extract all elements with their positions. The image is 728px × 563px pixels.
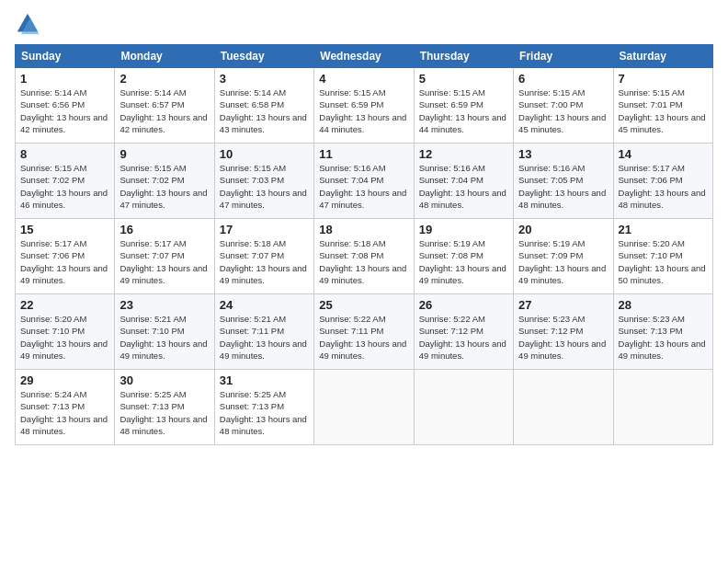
day-info: Sunrise: 5:22 AMSunset: 7:12 PMDaylight:… xyxy=(419,314,506,361)
day-number: 12 xyxy=(419,147,508,161)
day-info: Sunrise: 5:18 AMSunset: 7:08 PMDaylight:… xyxy=(319,238,406,285)
day-number: 27 xyxy=(518,298,608,312)
day-info: Sunrise: 5:14 AMSunset: 6:56 PMDaylight:… xyxy=(20,87,108,134)
calendar-cell: 5 Sunrise: 5:15 AMSunset: 6:59 PMDayligh… xyxy=(414,68,513,144)
calendar-cell: 21 Sunrise: 5:20 AMSunset: 7:10 PMDaylig… xyxy=(613,219,712,294)
day-info: Sunrise: 5:15 AMSunset: 7:00 PMDaylight:… xyxy=(518,87,606,134)
day-info: Sunrise: 5:15 AMSunset: 7:01 PMDaylight:… xyxy=(619,87,706,134)
day-number: 9 xyxy=(119,147,209,161)
calendar-cell: 17 Sunrise: 5:18 AMSunset: 7:07 PMDaylig… xyxy=(214,219,313,294)
calendar-cell: 11 Sunrise: 5:16 AMSunset: 7:04 PMDaylig… xyxy=(314,144,414,219)
calendar-cell: 29 Sunrise: 5:24 AMSunset: 7:13 PMDaylig… xyxy=(16,370,115,445)
day-info: Sunrise: 5:20 AMSunset: 7:10 PMDaylight:… xyxy=(619,238,706,285)
calendar-cell: 8 Sunrise: 5:15 AMSunset: 7:02 PMDayligh… xyxy=(16,144,115,219)
day-info: Sunrise: 5:19 AMSunset: 7:08 PMDaylight:… xyxy=(419,238,506,285)
day-info: Sunrise: 5:21 AMSunset: 7:10 PMDaylight:… xyxy=(119,314,207,361)
day-number: 19 xyxy=(419,223,508,236)
calendar-cell: 2 Sunrise: 5:14 AMSunset: 6:57 PMDayligh… xyxy=(115,68,214,144)
calendar-cell: 6 Sunrise: 5:15 AMSunset: 7:00 PMDayligh… xyxy=(514,68,613,144)
day-info: Sunrise: 5:19 AMSunset: 7:09 PMDaylight:… xyxy=(518,238,606,285)
weekday-header: Sunday xyxy=(16,45,115,68)
day-number: 20 xyxy=(518,223,608,236)
calendar-cell: 22 Sunrise: 5:20 AMSunset: 7:10 PMDaylig… xyxy=(16,294,115,370)
calendar-cell: 18 Sunrise: 5:18 AMSunset: 7:08 PMDaylig… xyxy=(314,219,414,294)
day-number: 29 xyxy=(20,373,109,387)
calendar-cell: 26 Sunrise: 5:22 AMSunset: 7:12 PMDaylig… xyxy=(414,294,513,370)
day-info: Sunrise: 5:16 AMSunset: 7:04 PMDaylight:… xyxy=(319,163,406,210)
day-number: 25 xyxy=(319,298,408,312)
day-info: Sunrise: 5:16 AMSunset: 7:05 PMDaylight:… xyxy=(518,163,606,210)
day-info: Sunrise: 5:15 AMSunset: 7:02 PMDaylight:… xyxy=(20,163,108,210)
calendar-week-row: 8 Sunrise: 5:15 AMSunset: 7:02 PMDayligh… xyxy=(16,144,713,219)
day-number: 1 xyxy=(20,72,109,86)
day-number: 17 xyxy=(220,223,309,236)
calendar-cell: 10 Sunrise: 5:15 AMSunset: 7:03 PMDaylig… xyxy=(214,144,313,219)
day-info: Sunrise: 5:21 AMSunset: 7:11 PMDaylight:… xyxy=(220,314,307,361)
calendar-week-row: 22 Sunrise: 5:20 AMSunset: 7:10 PMDaylig… xyxy=(16,294,713,370)
day-number: 10 xyxy=(220,147,309,161)
day-number: 15 xyxy=(20,223,109,236)
calendar-cell: 14 Sunrise: 5:17 AMSunset: 7:06 PMDaylig… xyxy=(613,144,712,219)
weekday-header-row: SundayMondayTuesdayWednesdayThursdayFrid… xyxy=(16,45,713,68)
day-info: Sunrise: 5:25 AMSunset: 7:13 PMDaylight:… xyxy=(119,389,207,436)
calendar-cell: 31 Sunrise: 5:25 AMSunset: 7:13 PMDaylig… xyxy=(214,370,313,445)
calendar-cell: 30 Sunrise: 5:25 AMSunset: 7:13 PMDaylig… xyxy=(115,370,214,445)
day-info: Sunrise: 5:14 AMSunset: 6:57 PMDaylight:… xyxy=(119,87,207,134)
weekday-header: Friday xyxy=(514,45,613,68)
day-info: Sunrise: 5:25 AMSunset: 7:13 PMDaylight:… xyxy=(220,389,307,436)
day-number: 7 xyxy=(619,72,708,86)
day-number: 16 xyxy=(119,223,209,236)
day-info: Sunrise: 5:18 AMSunset: 7:07 PMDaylight:… xyxy=(220,238,307,285)
calendar-cell: 4 Sunrise: 5:15 AMSunset: 6:59 PMDayligh… xyxy=(314,68,414,144)
day-number: 6 xyxy=(518,72,608,86)
day-number: 21 xyxy=(619,223,708,236)
day-number: 23 xyxy=(119,298,209,312)
logo-icon xyxy=(15,11,40,37)
calendar-cell: 20 Sunrise: 5:19 AMSunset: 7:09 PMDaylig… xyxy=(514,219,613,294)
day-info: Sunrise: 5:15 AMSunset: 7:02 PMDaylight:… xyxy=(119,163,207,210)
calendar-cell: 13 Sunrise: 5:16 AMSunset: 7:05 PMDaylig… xyxy=(514,144,613,219)
day-info: Sunrise: 5:17 AMSunset: 7:07 PMDaylight:… xyxy=(119,238,207,285)
day-number: 24 xyxy=(220,298,309,312)
day-info: Sunrise: 5:23 AMSunset: 7:12 PMDaylight:… xyxy=(518,314,606,361)
calendar-cell: 24 Sunrise: 5:21 AMSunset: 7:11 PMDaylig… xyxy=(214,294,313,370)
header xyxy=(15,11,713,37)
calendar-cell: 19 Sunrise: 5:19 AMSunset: 7:08 PMDaylig… xyxy=(414,219,513,294)
weekday-header: Saturday xyxy=(613,45,712,68)
day-info: Sunrise: 5:15 AMSunset: 6:59 PMDaylight:… xyxy=(319,87,406,134)
day-info: Sunrise: 5:23 AMSunset: 7:13 PMDaylight:… xyxy=(619,314,706,361)
day-number: 13 xyxy=(518,147,608,161)
calendar-cell: 9 Sunrise: 5:15 AMSunset: 7:02 PMDayligh… xyxy=(115,144,214,219)
calendar-cell xyxy=(613,370,712,445)
day-number: 14 xyxy=(619,147,708,161)
calendar-cell xyxy=(414,370,513,445)
calendar-table: SundayMondayTuesdayWednesdayThursdayFrid… xyxy=(15,44,713,445)
day-number: 30 xyxy=(119,373,209,387)
calendar-cell: 3 Sunrise: 5:14 AMSunset: 6:58 PMDayligh… xyxy=(214,68,313,144)
day-info: Sunrise: 5:15 AMSunset: 6:59 PMDaylight:… xyxy=(419,87,506,134)
calendar-cell xyxy=(314,370,414,445)
calendar-cell: 7 Sunrise: 5:15 AMSunset: 7:01 PMDayligh… xyxy=(613,68,712,144)
calendar-week-row: 29 Sunrise: 5:24 AMSunset: 7:13 PMDaylig… xyxy=(16,370,713,445)
day-number: 5 xyxy=(419,72,508,86)
day-number: 2 xyxy=(119,72,209,86)
day-number: 28 xyxy=(619,298,708,312)
calendar-week-row: 1 Sunrise: 5:14 AMSunset: 6:56 PMDayligh… xyxy=(16,68,713,144)
calendar-cell: 23 Sunrise: 5:21 AMSunset: 7:10 PMDaylig… xyxy=(115,294,214,370)
calendar-cell: 15 Sunrise: 5:17 AMSunset: 7:06 PMDaylig… xyxy=(16,219,115,294)
day-number: 22 xyxy=(20,298,109,312)
day-number: 8 xyxy=(20,147,109,161)
day-info: Sunrise: 5:22 AMSunset: 7:11 PMDaylight:… xyxy=(319,314,406,361)
logo xyxy=(15,11,44,37)
calendar-cell: 1 Sunrise: 5:14 AMSunset: 6:56 PMDayligh… xyxy=(16,68,115,144)
day-info: Sunrise: 5:14 AMSunset: 6:58 PMDaylight:… xyxy=(220,87,307,134)
page: SundayMondayTuesdayWednesdayThursdayFrid… xyxy=(0,0,728,563)
day-info: Sunrise: 5:24 AMSunset: 7:13 PMDaylight:… xyxy=(20,389,108,436)
day-number: 3 xyxy=(220,72,309,86)
day-info: Sunrise: 5:16 AMSunset: 7:04 PMDaylight:… xyxy=(419,163,506,210)
day-info: Sunrise: 5:17 AMSunset: 7:06 PMDaylight:… xyxy=(619,163,706,210)
weekday-header: Wednesday xyxy=(314,45,414,68)
day-number: 18 xyxy=(319,223,408,236)
weekday-header: Monday xyxy=(115,45,214,68)
day-number: 26 xyxy=(419,298,508,312)
